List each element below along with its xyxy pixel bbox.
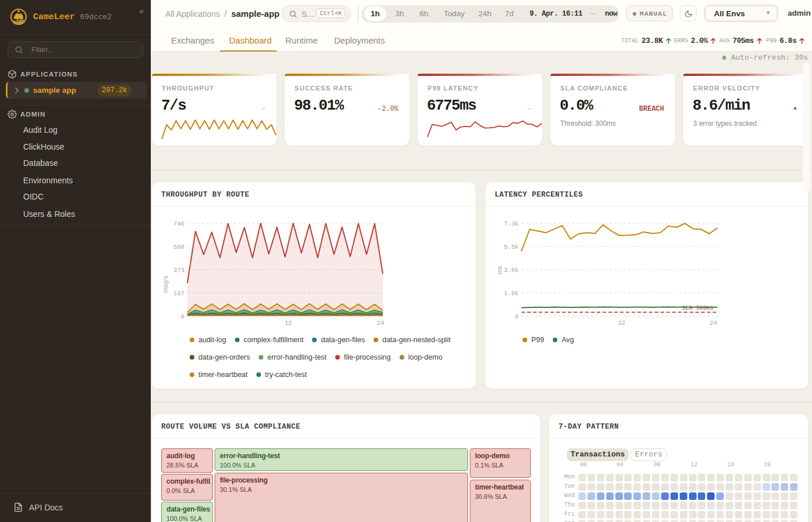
- svg-text:24: 24: [710, 320, 717, 327]
- svg-text:24: 24: [377, 320, 385, 327]
- svg-text:5.5k: 5.5k: [504, 244, 519, 251]
- svg-text:7.3k: 7.3k: [504, 220, 519, 227]
- svg-text:msg/s: msg/s: [162, 276, 169, 293]
- svg-text:0: 0: [515, 313, 519, 320]
- svg-text:12: 12: [618, 320, 626, 327]
- svg-text:12: 12: [285, 320, 292, 327]
- svg-text:746: 746: [173, 220, 184, 227]
- svg-text:3.6k: 3.6k: [504, 267, 519, 274]
- svg-text:0: 0: [181, 313, 184, 320]
- svg-text:187: 187: [173, 290, 184, 297]
- svg-text:373: 373: [173, 267, 184, 274]
- svg-text:1.8k: 1.8k: [504, 290, 519, 297]
- svg-text:ms: ms: [496, 266, 503, 274]
- svg-text:560: 560: [173, 244, 184, 251]
- svg-text:SLA 300ms: SLA 300ms: [682, 305, 713, 311]
